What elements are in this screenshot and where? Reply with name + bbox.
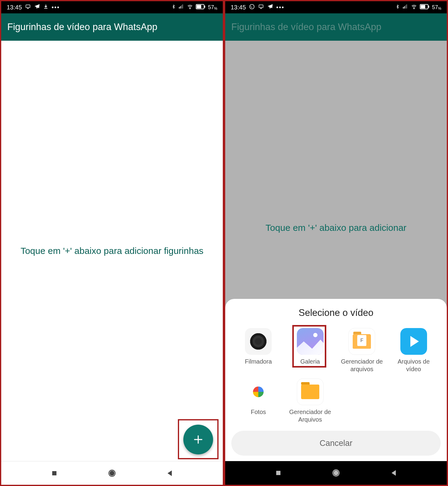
wifi-icon	[187, 4, 193, 11]
svg-rect-21	[404, 6, 405, 9]
video-files-icon	[400, 328, 427, 355]
cast-icon	[258, 4, 264, 11]
bluetooth-icon	[171, 4, 176, 11]
app-header: Figurinhas de vídeo para WhatsApp	[225, 13, 447, 41]
google-photos-icon	[245, 378, 272, 405]
svg-rect-20	[403, 7, 404, 9]
battery-icon	[196, 4, 205, 11]
cancel-button[interactable]: Cancelar	[231, 431, 441, 456]
telegram-icon	[267, 4, 273, 11]
bottom-sheet: Selecione o vídeo Filmadora Galeria Gere…	[225, 299, 447, 461]
modal-overlay[interactable]: Selecione o vídeo Filmadora Galeria Gere…	[225, 41, 447, 461]
battery-percentage: 57%	[208, 4, 217, 11]
svg-rect-22	[405, 5, 406, 9]
svg-point-30	[334, 471, 338, 475]
svg-rect-13	[52, 471, 56, 475]
svg-rect-3	[179, 7, 180, 9]
app-title: Figurinhas de vídeo para WhatsApp	[7, 22, 158, 33]
app-header: Figurinhas de vídeo para WhatsApp	[1, 13, 223, 41]
folder-icon	[297, 378, 324, 405]
sheet-item-gerenciador-arquivos-2[interactable]: Gerenciador de Arquivos	[286, 377, 335, 425]
bluetooth-icon	[395, 4, 400, 11]
camera-icon	[245, 328, 272, 355]
svg-point-7	[190, 8, 190, 9]
svg-rect-5	[181, 5, 182, 9]
app-title: Figurinhas de vídeo para WhatsApp	[231, 22, 382, 33]
wifi-icon	[411, 4, 417, 11]
svg-point-24	[414, 8, 414, 9]
more-icon: •••	[52, 4, 60, 11]
svg-rect-9	[197, 5, 201, 8]
nav-home-button[interactable]	[332, 469, 340, 477]
screenshot-left: 13:45 ••• 57%	[0, 0, 224, 486]
svg-rect-26	[421, 5, 425, 8]
svg-point-16	[250, 4, 254, 9]
main-content-dimmed: Toque em '+' abaixo para adicionar Selec…	[225, 41, 447, 461]
signal-icon	[178, 4, 184, 11]
telegram-icon	[34, 4, 40, 11]
nav-recent-button[interactable]	[50, 469, 59, 477]
cast-icon	[25, 4, 31, 11]
svg-rect-4	[180, 6, 181, 9]
svg-rect-17	[259, 5, 263, 8]
whatsapp-icon	[249, 4, 255, 11]
status-bar: 13:45 ••• 57%	[1, 1, 223, 13]
empty-hint-text: Toque em '+' abaixo para adicionar figur…	[12, 245, 213, 257]
svg-rect-28	[276, 471, 280, 475]
svg-rect-0	[26, 5, 30, 8]
main-content: Toque em '+' abaixo para adicionar figur…	[1, 41, 223, 461]
download-icon	[43, 4, 49, 11]
sheet-title: Selecione o vídeo	[231, 307, 441, 318]
nav-recent-button[interactable]	[274, 469, 283, 477]
svg-point-15	[110, 471, 114, 475]
sheet-app-grid: Filmadora Galeria Gerenciador de arquivo…	[231, 327, 441, 425]
battery-icon	[420, 4, 429, 11]
nav-back-button[interactable]	[389, 469, 398, 477]
status-bar: 13:45 ••• 57%	[225, 1, 447, 13]
svg-rect-6	[182, 4, 183, 9]
gallery-icon	[297, 328, 324, 355]
nav-bar	[1, 461, 223, 485]
svg-rect-10	[205, 5, 205, 8]
more-icon: •••	[276, 4, 284, 11]
signal-icon	[402, 4, 408, 11]
sheet-item-gerenciador-arquivos[interactable]: Gerenciador de arquivos	[337, 327, 387, 374]
sheet-item-arquivos-video[interactable]: Arquivos de vídeo	[389, 327, 439, 374]
svg-rect-27	[429, 5, 429, 8]
sheet-item-fotos[interactable]: Fotos	[234, 377, 283, 425]
nav-home-button[interactable]	[108, 469, 116, 477]
nav-back-button[interactable]	[165, 469, 174, 477]
status-time: 13:45	[231, 4, 246, 11]
file-manager-icon	[348, 328, 375, 355]
svg-rect-23	[406, 4, 407, 9]
screenshot-right: 13:45 ••• 57%	[224, 0, 448, 486]
battery-percentage: 57%	[432, 4, 441, 11]
add-fab-button[interactable]	[183, 425, 213, 454]
nav-bar	[225, 461, 447, 485]
sheet-item-filmadora[interactable]: Filmadora	[234, 327, 283, 374]
sheet-item-galeria[interactable]: Galeria	[286, 327, 335, 374]
status-time: 13:45	[7, 4, 22, 11]
